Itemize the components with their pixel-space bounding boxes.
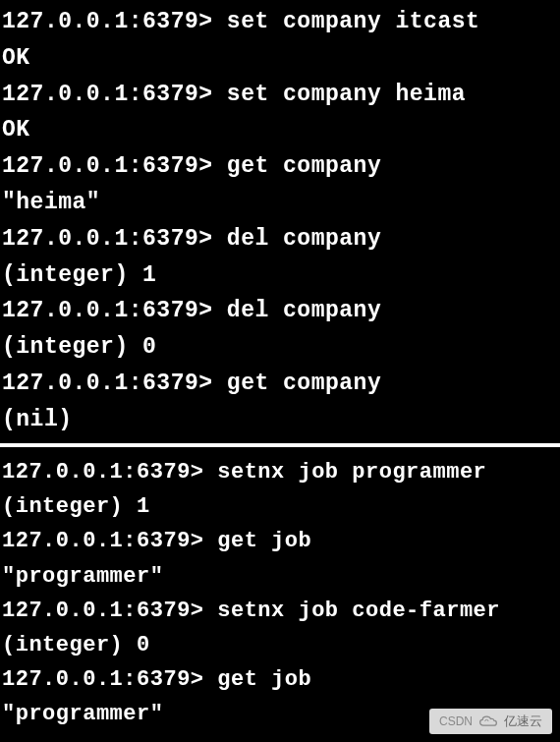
cloud-icon — [478, 714, 498, 728]
terminal-line: 127.0.0.1:6379> get company — [2, 366, 558, 402]
terminal-output: "programmer" — [2, 559, 558, 594]
command-text: get job — [217, 667, 311, 692]
prompt: 127.0.0.1:6379> — [2, 9, 213, 34]
watermark-source: CSDN — [439, 714, 473, 728]
terminal-line: 127.0.0.1:6379> set company itcast — [2, 4, 558, 40]
command-text: del company — [227, 226, 381, 252]
terminal-output: (integer) 1 — [2, 257, 558, 294]
terminal-output: OK — [2, 40, 558, 77]
command-text: get company — [227, 153, 381, 179]
prompt: 127.0.0.1:6379> — [2, 82, 213, 107]
terminal-line: 127.0.0.1:6379> setnx job programmer — [2, 455, 558, 489]
terminal-output: (integer) 0 — [2, 329, 558, 366]
prompt: 127.0.0.1:6379> — [2, 599, 204, 623]
prompt: 127.0.0.1:6379> — [2, 298, 213, 323]
terminal-line: 127.0.0.1:6379> del company — [2, 293, 558, 329]
watermark-badge: CSDN 亿速云 — [429, 709, 552, 734]
terminal-line: 127.0.0.1:6379> get company — [2, 148, 558, 185]
command-text: get job — [217, 529, 311, 553]
terminal-line: 127.0.0.1:6379> get job — [2, 662, 558, 697]
command-text: setnx job code-farmer — [217, 599, 500, 623]
prompt: 127.0.0.1:6379> — [2, 667, 204, 692]
terminal-output: OK — [2, 112, 558, 148]
terminal-output: (nil) — [2, 402, 558, 438]
prompt: 127.0.0.1:6379> — [2, 226, 213, 252]
prompt: 127.0.0.1:6379> — [2, 153, 213, 179]
terminal-output: (integer) 1 — [2, 489, 558, 524]
command-text: del company — [227, 298, 381, 323]
terminal-output: "heima" — [2, 185, 558, 221]
watermark-brand: 亿速云 — [504, 713, 542, 730]
terminal-session-1: 127.0.0.1:6379> set company itcast OK 12… — [0, 0, 560, 447]
prompt: 127.0.0.1:6379> — [2, 529, 204, 553]
terminal-line: 127.0.0.1:6379> set company heima — [2, 77, 558, 113]
terminal-output: (integer) 0 — [2, 628, 558, 662]
command-text: set company heima — [227, 82, 466, 107]
command-text: get company — [227, 371, 381, 396]
command-text: setnx job programmer — [217, 460, 486, 485]
terminal-session-2: 127.0.0.1:6379> setnx job programmer (in… — [0, 447, 560, 738]
terminal-line: 127.0.0.1:6379> get job — [2, 524, 558, 558]
terminal-line: 127.0.0.1:6379> setnx job code-farmer — [2, 594, 558, 628]
prompt: 127.0.0.1:6379> — [2, 371, 213, 396]
terminal-line: 127.0.0.1:6379> del company — [2, 221, 558, 257]
prompt: 127.0.0.1:6379> — [2, 460, 204, 485]
command-text: set company itcast — [227, 9, 479, 34]
